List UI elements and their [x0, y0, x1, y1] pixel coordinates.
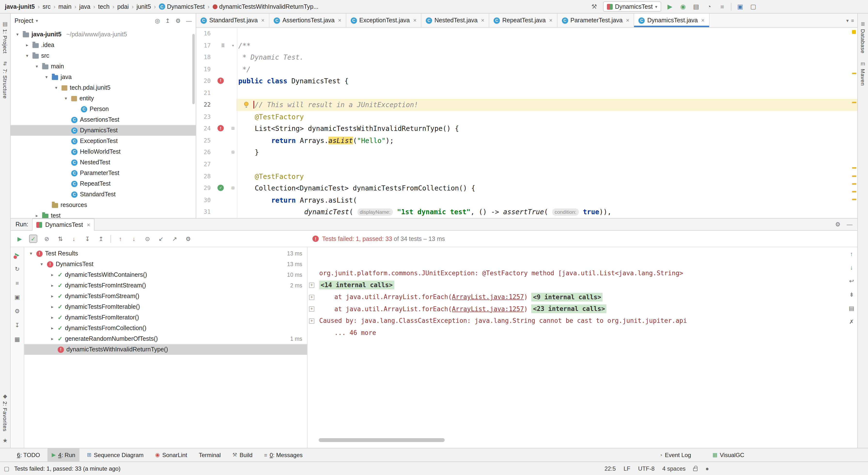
project-tree-item-tech-pdai-junit5[interactable]: ▾tech.pdai.junit5: [11, 82, 196, 93]
fold-icon[interactable]: ⊟: [231, 182, 235, 194]
monitor-button[interactable]: ▢: [749, 2, 757, 11]
test-tree-item-dynamictestsfromcollection[interactable]: ▸✓dynamicTestsFromCollection(): [24, 323, 307, 333]
toolwindow-stripe-7-structure[interactable]: ⇵7: Structure: [0, 61, 10, 99]
test-console[interactable]: org.junit.platform.commons.JUnitExceptio…: [308, 247, 846, 448]
code-line-26[interactable]: 26⊟}: [196, 147, 849, 158]
code-line-31[interactable]: 31dynamicTest( displayName: "1st dynamic…: [196, 206, 849, 218]
project-tree-item-resources[interactable]: resources: [11, 200, 196, 210]
run-button[interactable]: ▶: [665, 2, 674, 11]
toolwindow-button-build[interactable]: ⚒Build: [228, 448, 257, 462]
toolwindow-button-visualgc[interactable]: ▦VisualGC: [708, 451, 749, 458]
scrollbar-thumb[interactable]: [192, 34, 195, 104]
breadcrumb-item-dynamictestswithinvalidreturntyp[interactable]: dynamicTestsWithInvalidReturnTyp...: [212, 3, 318, 10]
close-icon[interactable]: ×: [701, 17, 705, 24]
editor-tab-parametertest-java[interactable]: CParameterTest.java×: [557, 13, 634, 27]
breadcrumb-item-junit5[interactable]: junit5: [136, 3, 151, 10]
chevron-down-icon[interactable]: ▾: [39, 262, 44, 267]
hide-panel-button[interactable]: —: [186, 17, 192, 24]
editor-tab-options-button[interactable]: ≡: [851, 18, 854, 23]
project-tree-item-java-junit5[interactable]: ▾java-junit5~/pdai/www/java-junit5: [11, 29, 196, 40]
fold-icon[interactable]: ⊟: [231, 123, 235, 135]
console-line-2[interactable]: +<14 internal calls>: [308, 279, 846, 291]
project-tree-item-parametertest[interactable]: CParameterTest: [11, 168, 196, 178]
code-line-19[interactable]: 19 */: [196, 63, 849, 75]
chevron-down-icon[interactable]: ▾: [34, 64, 40, 69]
breadcrumb-item-java[interactable]: java: [79, 3, 90, 10]
test-tree-item-dynamicstest[interactable]: ▾!DynamicsTest13 ms: [24, 259, 307, 269]
code-line-21[interactable]: 21: [196, 87, 849, 99]
toolwindow-stripe-1-project[interactable]: ▤1: Project: [0, 21, 10, 54]
previous-failed-test-button[interactable]: ↑: [116, 235, 124, 243]
chevron-down-icon[interactable]: ▾: [28, 251, 34, 256]
stripe-mark[interactable]: [852, 167, 857, 169]
chevron-down-icon[interactable]: ▾: [43, 75, 50, 80]
test-runner-settings-button[interactable]: ⚙: [13, 307, 21, 315]
project-tree-item-nestedtest[interactable]: CNestedTest: [11, 157, 196, 168]
project-tree-item-java[interactable]: ▾java: [11, 72, 196, 82]
indicator-icon[interactable]: ●: [706, 465, 709, 472]
stripe-mark[interactable]: [852, 199, 857, 200]
expand-all-button[interactable]: ↧: [83, 235, 92, 243]
chevron-down-icon[interactable]: ▾: [24, 53, 30, 58]
breadcrumb-item-main[interactable]: main: [58, 3, 71, 10]
test-tree-item-dynamictestsfromiterable[interactable]: ▸✓dynamicTestsFromIterable(): [24, 301, 307, 312]
project-tree-item-src[interactable]: ▾src: [11, 51, 196, 61]
stacktrace-link[interactable]: ArrayList.java:1257: [452, 293, 524, 300]
stripe-mark[interactable]: [852, 73, 857, 74]
thread-dump-button[interactable]: ▣: [13, 293, 21, 301]
run-toolbar-settings-button[interactable]: ⚙: [184, 235, 192, 243]
code-line-24[interactable]: 24!⊟List<String> dynamicTestsWithInvalid…: [196, 123, 849, 135]
code-line-28[interactable]: 28@TestFactory: [196, 170, 849, 182]
stop-process-button[interactable]: ■: [13, 279, 21, 287]
project-tree-item-assertionstest[interactable]: CAssertionsTest: [11, 114, 196, 125]
stacktrace-link[interactable]: ArrayList.java:1257: [452, 305, 524, 313]
stripe-mark[interactable]: [852, 191, 857, 192]
breadcrumb-item-java-junit5[interactable]: java-junit5: [5, 3, 35, 10]
close-icon[interactable]: ×: [338, 17, 341, 24]
close-icon[interactable]: ×: [481, 17, 485, 24]
editor-tab-standardtest-java[interactable]: CStandardTest.java×: [196, 13, 269, 27]
chevron-down-icon[interactable]: ▾: [36, 18, 38, 23]
toolwindow-button-terminal[interactable]: Terminal: [194, 448, 225, 462]
breadcrumb-item-pdai[interactable]: pdai: [117, 3, 129, 10]
chevron-right-icon[interactable]: ▸: [50, 326, 55, 331]
stop-button[interactable]: ■: [718, 2, 726, 11]
console-line-3[interactable]: + at java.util.ArrayList.forEach(ArrayLi…: [308, 291, 846, 303]
fold-expand-icon[interactable]: +: [309, 319, 314, 324]
project-tree-item-repeattest[interactable]: CRepeatTest: [11, 178, 196, 189]
sort-by-duration-button[interactable]: ↓: [70, 235, 78, 243]
debug-button[interactable]: ◉: [679, 2, 687, 11]
chevron-down-icon[interactable]: ▾: [63, 96, 69, 101]
toolwindow-button-6-todo[interactable]: 6: TODO: [12, 448, 44, 462]
close-icon[interactable]: ×: [87, 221, 90, 228]
chevron-down-icon[interactable]: ▾: [53, 85, 59, 90]
project-settings-button[interactable]: ⚙: [175, 17, 181, 24]
code-line-17[interactable]: 17≣▾/**: [196, 39, 849, 51]
project-tree-item-entity[interactable]: ▾entity: [11, 93, 196, 104]
editor-tab-exceptiontest-java[interactable]: CExceptionTest.java×: [346, 13, 422, 27]
sort-alphabetically-button[interactable]: ⇅: [56, 235, 64, 243]
project-tree-item-exceptiontest[interactable]: CExceptionTest: [11, 136, 196, 146]
stripe-mark[interactable]: [852, 102, 857, 103]
rerun-failed-tests-button[interactable]: ▶: [13, 251, 21, 259]
run-config-select[interactable]: DynamicsTest ▾: [603, 1, 661, 12]
console-line-5[interactable]: +Caused by: java.lang.ClassCastException…: [308, 315, 846, 327]
chevron-right-icon[interactable]: ▸: [50, 304, 55, 309]
breadcrumb-item-dynamicstest[interactable]: CDynamicsTest: [159, 3, 205, 10]
collapse-all-button[interactable]: ↥: [97, 235, 105, 243]
code-line-27[interactable]: 27: [196, 158, 849, 170]
code-line-22[interactable]: 22// This will result in a JUnitExceptio…: [196, 99, 849, 111]
chevron-right-icon[interactable]: ▸: [50, 294, 55, 299]
show-ignored-toggle[interactable]: ⊘: [42, 235, 51, 243]
scroll-to-end-button[interactable]: ⇟: [848, 291, 856, 299]
coverage-button[interactable]: ▤: [692, 2, 701, 11]
project-tree-item-person[interactable]: CPerson: [11, 104, 196, 114]
run-tab[interactable]: DynamicsTest ×: [32, 218, 95, 231]
toolwindow-button-event-log[interactable]: ◔Event Log: [655, 451, 695, 458]
project-tree-item-test[interactable]: ▸test: [11, 210, 196, 218]
toolwindow-button-sonarlint[interactable]: ◉SonarLint: [151, 448, 192, 462]
toolwindow-switcher-icon[interactable]: ▢: [4, 465, 9, 472]
fold-expand-icon[interactable]: +: [309, 294, 314, 300]
toolwindow-stripe-maven[interactable]: mMaven: [858, 61, 868, 86]
test-tree-item-dynamictestsfromiterator[interactable]: ▸✓dynamicTestsFromIterator(): [24, 312, 307, 323]
